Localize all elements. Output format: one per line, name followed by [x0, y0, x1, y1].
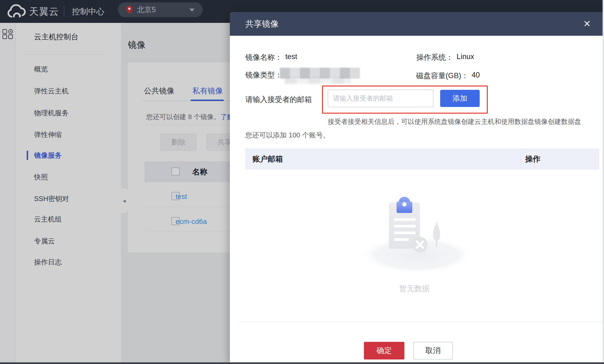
window-bottom-edge [0, 362, 604, 364]
tree-icon [433, 222, 440, 241]
recipient-email-input[interactable] [328, 89, 433, 107]
os-value: Linux [457, 52, 474, 61]
close-icon[interactable]: ✕ [579, 12, 595, 36]
screen: 天翼云 控制中心 北京5 云主机控制台 概览 弹性云主机 物理机服务 弹性伸缩 [0, 0, 604, 364]
share-helper-text: 接受者接受相关信息后，可以使用系统盘镜像创建云主机和使用数据盘镜像创建数据盘 [328, 117, 581, 126]
footer-divider [238, 322, 604, 322]
page-scrollbar[interactable] [603, 0, 604, 364]
image-name-value: test [285, 52, 297, 61]
account-quota-text: 您还可以添加 100 个账号。 [245, 131, 330, 140]
disk-capacity-label: 磁盘容量(GB)： [416, 71, 468, 81]
os-label: 操作系统： [416, 52, 453, 63]
share-image-modal: 共享镜像 ✕ 镜像名称： test 操作系统： Linux 镜像类型： 磁盘容量… [230, 12, 604, 363]
account-email-column: 账户邮箱 [252, 148, 283, 170]
modal-header: 共享镜像 ✕ [230, 12, 604, 36]
empty-state-text: 暂无数据 [381, 284, 448, 294]
action-column: 操作 [525, 148, 541, 170]
image-name-label: 镜像名称： [245, 52, 282, 63]
cancel-button[interactable]: 取消 [413, 342, 453, 360]
add-button[interactable]: 添加 [440, 90, 480, 107]
empty-state-illustration [357, 195, 481, 274]
column-divider [520, 148, 521, 170]
accounts-table-header: 账户邮箱 操作 [245, 148, 599, 170]
confirm-button[interactable]: 确定 [364, 342, 404, 360]
modal-title: 共享镜像 [245, 12, 279, 36]
censored-blur [285, 78, 351, 84]
disk-capacity-value: 40 [472, 71, 480, 79]
image-type-label: 镜像类型： [245, 70, 282, 80]
censored-image-type-value [280, 68, 360, 79]
recipient-email-label: 请输入接受者的邮箱 [245, 95, 312, 105]
